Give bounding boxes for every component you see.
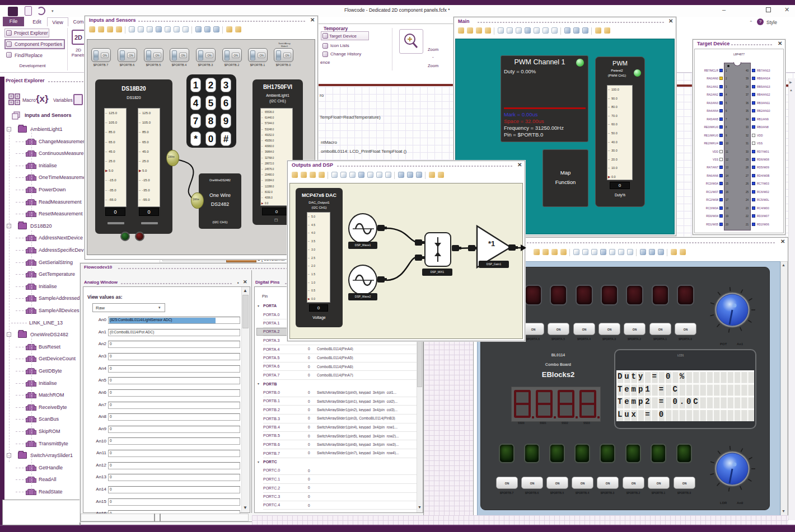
svg-text:*1: *1 bbox=[488, 239, 495, 248]
